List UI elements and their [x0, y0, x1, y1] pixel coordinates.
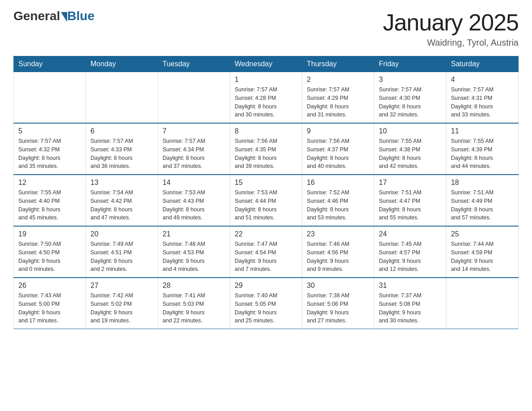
- day-number: 8: [235, 127, 297, 135]
- logo-blue-text: Blue: [67, 9, 94, 23]
- day-info: Sunrise: 7:54 AM Sunset: 4:42 PM Dayligh…: [90, 188, 153, 222]
- calendar-empty-cell: [86, 72, 158, 124]
- calendar-subtitle: Waidring, Tyrol, Austria: [383, 38, 519, 48]
- header-day-monday: Monday: [86, 56, 158, 72]
- day-number: 14: [163, 179, 225, 187]
- day-number: 24: [379, 230, 442, 238]
- calendar-day-22: 22Sunrise: 7:47 AM Sunset: 4:54 PM Dayli…: [230, 226, 302, 278]
- calendar-day-21: 21Sunrise: 7:48 AM Sunset: 4:53 PM Dayli…: [158, 226, 230, 278]
- day-number: 28: [163, 282, 225, 290]
- calendar-day-30: 30Sunrise: 7:38 AM Sunset: 5:06 PM Dayli…: [302, 278, 374, 329]
- day-number: 5: [18, 127, 81, 135]
- calendar-empty-cell: [446, 278, 519, 329]
- day-number: 31: [379, 282, 442, 290]
- calendar-day-14: 14Sunrise: 7:53 AM Sunset: 4:43 PM Dayli…: [158, 175, 230, 226]
- calendar-day-17: 17Sunrise: 7:51 AM Sunset: 4:47 PM Dayli…: [374, 175, 446, 226]
- day-number: 12: [18, 179, 81, 187]
- calendar-day-26: 26Sunrise: 7:43 AM Sunset: 5:00 PM Dayli…: [14, 278, 86, 329]
- day-info: Sunrise: 7:56 AM Sunset: 4:35 PM Dayligh…: [235, 137, 297, 171]
- day-info: Sunrise: 7:57 AM Sunset: 4:29 PM Dayligh…: [307, 86, 369, 119]
- day-info: Sunrise: 7:50 AM Sunset: 4:50 PM Dayligh…: [18, 240, 81, 274]
- day-info: Sunrise: 7:47 AM Sunset: 4:54 PM Dayligh…: [235, 240, 297, 274]
- calendar-day-5: 5Sunrise: 7:57 AM Sunset: 4:32 PM Daylig…: [14, 123, 86, 175]
- calendar-empty-cell: [14, 72, 86, 124]
- day-info: Sunrise: 7:51 AM Sunset: 4:49 PM Dayligh…: [451, 188, 514, 222]
- day-number: 9: [307, 127, 369, 135]
- calendar-table: SundayMondayTuesdayWednesdayThursdayFrid…: [13, 56, 519, 329]
- header-day-saturday: Saturday: [446, 56, 519, 72]
- calendar-day-15: 15Sunrise: 7:53 AM Sunset: 4:44 PM Dayli…: [230, 175, 302, 226]
- day-info: Sunrise: 7:42 AM Sunset: 5:02 PM Dayligh…: [90, 291, 153, 325]
- calendar-day-19: 19Sunrise: 7:50 AM Sunset: 4:50 PM Dayli…: [14, 226, 86, 278]
- title-block: January 2025 Waidring, Tyrol, Austria: [383, 9, 519, 48]
- calendar-empty-cell: [158, 72, 230, 124]
- day-info: Sunrise: 7:53 AM Sunset: 4:44 PM Dayligh…: [235, 188, 297, 222]
- calendar-day-18: 18Sunrise: 7:51 AM Sunset: 4:49 PM Dayli…: [446, 175, 519, 226]
- day-info: Sunrise: 7:55 AM Sunset: 4:38 PM Dayligh…: [379, 137, 442, 171]
- day-number: 10: [379, 127, 442, 135]
- day-number: 1: [235, 76, 297, 84]
- day-info: Sunrise: 7:57 AM Sunset: 4:33 PM Dayligh…: [90, 137, 153, 171]
- day-info: Sunrise: 7:45 AM Sunset: 4:57 PM Dayligh…: [379, 240, 442, 274]
- calendar-day-7: 7Sunrise: 7:57 AM Sunset: 4:34 PM Daylig…: [158, 123, 230, 175]
- day-info: Sunrise: 7:56 AM Sunset: 4:37 PM Dayligh…: [307, 137, 369, 171]
- day-info: Sunrise: 7:53 AM Sunset: 4:43 PM Dayligh…: [163, 188, 225, 222]
- day-number: 29: [235, 282, 297, 290]
- day-number: 13: [90, 179, 153, 187]
- logo: General Blue: [13, 9, 94, 23]
- day-info: Sunrise: 7:55 AM Sunset: 4:39 PM Dayligh…: [451, 137, 514, 171]
- header-day-thursday: Thursday: [302, 56, 374, 72]
- day-info: Sunrise: 7:57 AM Sunset: 4:31 PM Dayligh…: [451, 86, 514, 119]
- calendar-week-row: 26Sunrise: 7:43 AM Sunset: 5:00 PM Dayli…: [14, 278, 519, 329]
- calendar-day-10: 10Sunrise: 7:55 AM Sunset: 4:38 PM Dayli…: [374, 123, 446, 175]
- day-number: 20: [90, 230, 153, 238]
- calendar-week-row: 12Sunrise: 7:55 AM Sunset: 4:40 PM Dayli…: [14, 175, 519, 226]
- day-number: 3: [379, 76, 442, 84]
- day-info: Sunrise: 7:43 AM Sunset: 5:00 PM Dayligh…: [18, 291, 81, 325]
- calendar-day-8: 8Sunrise: 7:56 AM Sunset: 4:35 PM Daylig…: [230, 123, 302, 175]
- day-info: Sunrise: 7:57 AM Sunset: 4:34 PM Dayligh…: [163, 137, 225, 171]
- header-day-wednesday: Wednesday: [230, 56, 302, 72]
- logo-triangle-icon: [61, 12, 67, 22]
- day-info: Sunrise: 7:57 AM Sunset: 4:30 PM Dayligh…: [379, 86, 442, 119]
- calendar-week-row: 1Sunrise: 7:57 AM Sunset: 4:28 PM Daylig…: [14, 72, 519, 124]
- day-info: Sunrise: 7:46 AM Sunset: 4:56 PM Dayligh…: [307, 240, 369, 274]
- calendar-day-9: 9Sunrise: 7:56 AM Sunset: 4:37 PM Daylig…: [302, 123, 374, 175]
- day-info: Sunrise: 7:48 AM Sunset: 4:53 PM Dayligh…: [163, 240, 225, 274]
- calendar-day-31: 31Sunrise: 7:37 AM Sunset: 5:08 PM Dayli…: [374, 278, 446, 329]
- day-number: 16: [307, 179, 369, 187]
- calendar-day-20: 20Sunrise: 7:49 AM Sunset: 4:51 PM Dayli…: [86, 226, 158, 278]
- day-info: Sunrise: 7:38 AM Sunset: 5:06 PM Dayligh…: [307, 291, 369, 325]
- day-info: Sunrise: 7:57 AM Sunset: 4:28 PM Dayligh…: [235, 86, 297, 119]
- calendar-week-row: 5Sunrise: 7:57 AM Sunset: 4:32 PM Daylig…: [14, 123, 519, 175]
- day-number: 2: [307, 76, 369, 84]
- calendar-day-23: 23Sunrise: 7:46 AM Sunset: 4:56 PM Dayli…: [302, 226, 374, 278]
- calendar-day-1: 1Sunrise: 7:57 AM Sunset: 4:28 PM Daylig…: [230, 72, 302, 124]
- calendar-day-4: 4Sunrise: 7:57 AM Sunset: 4:31 PM Daylig…: [446, 72, 519, 124]
- day-info: Sunrise: 7:52 AM Sunset: 4:46 PM Dayligh…: [307, 188, 369, 222]
- calendar-day-13: 13Sunrise: 7:54 AM Sunset: 4:42 PM Dayli…: [86, 175, 158, 226]
- calendar-week-row: 19Sunrise: 7:50 AM Sunset: 4:50 PM Dayli…: [14, 226, 519, 278]
- day-number: 21: [163, 230, 225, 238]
- day-number: 26: [18, 282, 81, 290]
- day-number: 6: [90, 127, 153, 135]
- day-number: 15: [235, 179, 297, 187]
- page-header: General Blue January 2025 Waidring, Tyro…: [13, 9, 519, 48]
- day-info: Sunrise: 7:44 AM Sunset: 4:59 PM Dayligh…: [451, 240, 514, 274]
- calendar-day-3: 3Sunrise: 7:57 AM Sunset: 4:30 PM Daylig…: [374, 72, 446, 124]
- calendar-day-11: 11Sunrise: 7:55 AM Sunset: 4:39 PM Dayli…: [446, 123, 519, 175]
- day-info: Sunrise: 7:41 AM Sunset: 5:03 PM Dayligh…: [163, 291, 225, 325]
- logo-general-text: General: [13, 9, 60, 23]
- calendar-day-25: 25Sunrise: 7:44 AM Sunset: 4:59 PM Dayli…: [446, 226, 519, 278]
- header-day-tuesday: Tuesday: [158, 56, 230, 72]
- day-number: 25: [451, 230, 514, 238]
- day-info: Sunrise: 7:37 AM Sunset: 5:08 PM Dayligh…: [379, 291, 442, 325]
- calendar-day-2: 2Sunrise: 7:57 AM Sunset: 4:29 PM Daylig…: [302, 72, 374, 124]
- day-number: 17: [379, 179, 442, 187]
- calendar-day-29: 29Sunrise: 7:40 AM Sunset: 5:05 PM Dayli…: [230, 278, 302, 329]
- calendar-day-6: 6Sunrise: 7:57 AM Sunset: 4:33 PM Daylig…: [86, 123, 158, 175]
- day-info: Sunrise: 7:57 AM Sunset: 4:32 PM Dayligh…: [18, 137, 81, 171]
- day-number: 22: [235, 230, 297, 238]
- day-number: 30: [307, 282, 369, 290]
- day-number: 11: [451, 127, 514, 135]
